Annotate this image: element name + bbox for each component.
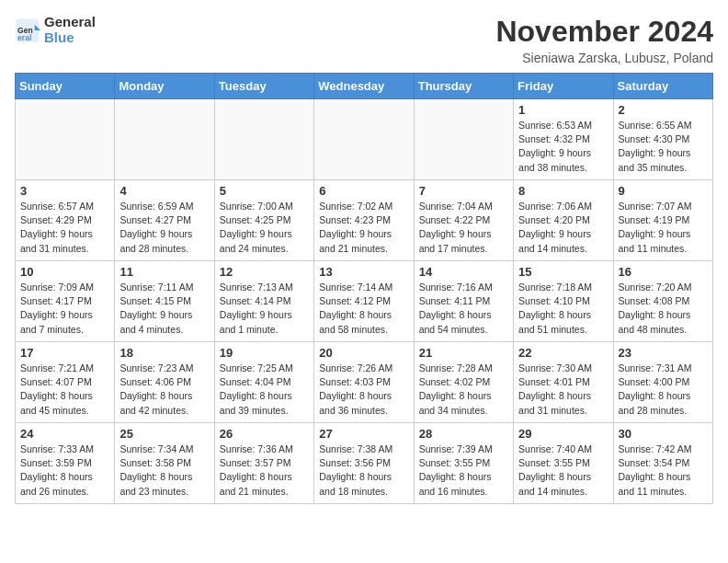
day-number: 20	[319, 346, 408, 360]
day-number: 12	[220, 265, 309, 279]
day-info: Sunrise: 7:38 AM Sunset: 3:56 PM Dayligh…	[319, 442, 408, 499]
calendar-cell: 4Sunrise: 6:59 AM Sunset: 4:27 PM Daylig…	[115, 180, 214, 261]
calendar-cell	[314, 99, 414, 180]
calendar-cell: 27Sunrise: 7:38 AM Sunset: 3:56 PM Dayli…	[314, 423, 414, 504]
day-number: 18	[119, 346, 209, 360]
title-block: November 2024 Sieniawa Zarska, Lubusz, P…	[495, 15, 713, 65]
calendar-cell	[414, 99, 513, 180]
day-info: Sunrise: 7:14 AM Sunset: 4:12 PM Dayligh…	[319, 281, 408, 337]
day-info: Sunrise: 7:18 AM Sunset: 4:10 PM Dayligh…	[518, 281, 608, 337]
calendar-cell: 2Sunrise: 6:55 AM Sunset: 4:30 PM Daylig…	[613, 99, 712, 180]
day-number: 27	[319, 427, 408, 441]
calendar-cell: 14Sunrise: 7:16 AM Sunset: 4:11 PM Dayli…	[414, 261, 513, 342]
day-info: Sunrise: 7:23 AM Sunset: 4:06 PM Dayligh…	[119, 362, 209, 418]
calendar-cell: 20Sunrise: 7:26 AM Sunset: 4:03 PM Dayli…	[314, 342, 414, 423]
day-info: Sunrise: 7:34 AM Sunset: 3:58 PM Dayligh…	[119, 442, 209, 499]
calendar-week-row: 24Sunrise: 7:33 AM Sunset: 3:59 PM Dayli…	[16, 423, 713, 504]
day-info: Sunrise: 6:59 AM Sunset: 4:27 PM Dayligh…	[119, 200, 209, 256]
calendar-cell: 6Sunrise: 7:02 AM Sunset: 4:23 PM Daylig…	[314, 180, 414, 261]
calendar-cell: 19Sunrise: 7:25 AM Sunset: 4:04 PM Dayli…	[214, 342, 313, 423]
calendar-cell: 16Sunrise: 7:20 AM Sunset: 4:08 PM Dayli…	[613, 261, 712, 342]
calendar-day-header: Sunday	[16, 74, 115, 99]
day-number: 30	[619, 427, 708, 441]
calendar-cell: 24Sunrise: 7:33 AM Sunset: 3:59 PM Dayli…	[16, 423, 115, 504]
calendar-cell: 12Sunrise: 7:13 AM Sunset: 4:14 PM Dayli…	[214, 261, 313, 342]
calendar-cell: 7Sunrise: 7:04 AM Sunset: 4:22 PM Daylig…	[414, 180, 513, 261]
day-info: Sunrise: 7:11 AM Sunset: 4:15 PM Dayligh…	[119, 281, 209, 337]
day-number: 25	[119, 427, 209, 441]
day-number: 21	[419, 346, 508, 360]
calendar-cell: 29Sunrise: 7:40 AM Sunset: 3:55 PM Dayli…	[514, 423, 613, 504]
day-info: Sunrise: 6:57 AM Sunset: 4:29 PM Dayligh…	[20, 200, 109, 256]
svg-text:eral: eral	[17, 32, 31, 41]
day-info: Sunrise: 7:42 AM Sunset: 3:54 PM Dayligh…	[619, 442, 708, 499]
calendar-week-row: 10Sunrise: 7:09 AM Sunset: 4:17 PM Dayli…	[16, 261, 713, 342]
calendar-cell: 23Sunrise: 7:31 AM Sunset: 4:00 PM Dayli…	[613, 342, 712, 423]
day-number: 23	[619, 346, 708, 360]
day-number: 15	[518, 265, 608, 279]
day-info: Sunrise: 6:53 AM Sunset: 4:32 PM Dayligh…	[518, 119, 608, 175]
day-info: Sunrise: 7:40 AM Sunset: 3:55 PM Dayligh…	[518, 442, 608, 499]
calendar-cell	[16, 99, 115, 180]
day-number: 5	[220, 184, 309, 198]
calendar-day-header: Thursday	[414, 74, 513, 99]
logo-line2: Blue	[44, 30, 96, 46]
calendar-day-header: Wednesday	[314, 74, 414, 99]
day-number: 4	[119, 184, 209, 198]
calendar-week-row: 1Sunrise: 6:53 AM Sunset: 4:32 PM Daylig…	[16, 99, 713, 180]
calendar-cell: 28Sunrise: 7:39 AM Sunset: 3:55 PM Dayli…	[414, 423, 513, 504]
calendar-cell: 25Sunrise: 7:34 AM Sunset: 3:58 PM Dayli…	[115, 423, 214, 504]
day-number: 13	[319, 265, 408, 279]
day-info: Sunrise: 7:33 AM Sunset: 3:59 PM Dayligh…	[20, 442, 109, 499]
calendar-cell	[115, 99, 214, 180]
calendar-cell: 21Sunrise: 7:28 AM Sunset: 4:02 PM Dayli…	[414, 342, 513, 423]
day-info: Sunrise: 7:02 AM Sunset: 4:23 PM Dayligh…	[319, 200, 408, 256]
calendar-cell: 3Sunrise: 6:57 AM Sunset: 4:29 PM Daylig…	[16, 180, 115, 261]
location: Sieniawa Zarska, Lubusz, Poland	[495, 51, 713, 65]
day-number: 2	[619, 103, 708, 117]
day-number: 10	[20, 265, 109, 279]
day-number: 6	[319, 184, 408, 198]
calendar-cell: 22Sunrise: 7:30 AM Sunset: 4:01 PM Dayli…	[514, 342, 613, 423]
day-number: 8	[518, 184, 608, 198]
calendar-cell	[214, 99, 313, 180]
day-info: Sunrise: 7:31 AM Sunset: 4:00 PM Dayligh…	[619, 362, 708, 418]
day-info: Sunrise: 7:26 AM Sunset: 4:03 PM Dayligh…	[319, 362, 408, 418]
day-info: Sunrise: 7:16 AM Sunset: 4:11 PM Dayligh…	[419, 281, 508, 337]
calendar-cell: 10Sunrise: 7:09 AM Sunset: 4:17 PM Dayli…	[16, 261, 115, 342]
calendar-week-row: 17Sunrise: 7:21 AM Sunset: 4:07 PM Dayli…	[16, 342, 713, 423]
day-info: Sunrise: 7:39 AM Sunset: 3:55 PM Dayligh…	[419, 442, 508, 499]
day-info: Sunrise: 7:09 AM Sunset: 4:17 PM Dayligh…	[20, 281, 109, 337]
logo: Gen eral General Blue	[15, 15, 96, 45]
calendar-cell: 11Sunrise: 7:11 AM Sunset: 4:15 PM Dayli…	[115, 261, 214, 342]
calendar-day-header: Saturday	[613, 74, 712, 99]
day-number: 7	[419, 184, 508, 198]
day-number: 1	[518, 103, 608, 117]
calendar-week-row: 3Sunrise: 6:57 AM Sunset: 4:29 PM Daylig…	[16, 180, 713, 261]
day-info: Sunrise: 7:06 AM Sunset: 4:20 PM Dayligh…	[518, 200, 608, 256]
day-info: Sunrise: 7:21 AM Sunset: 4:07 PM Dayligh…	[20, 362, 109, 418]
day-number: 24	[20, 427, 109, 441]
day-info: Sunrise: 7:04 AM Sunset: 4:22 PM Dayligh…	[419, 200, 508, 256]
day-number: 17	[20, 346, 109, 360]
logo-line1: General	[44, 15, 96, 30]
calendar-body: 1Sunrise: 6:53 AM Sunset: 4:32 PM Daylig…	[16, 99, 713, 504]
day-info: Sunrise: 7:20 AM Sunset: 4:08 PM Dayligh…	[619, 281, 708, 337]
day-info: Sunrise: 7:36 AM Sunset: 3:57 PM Dayligh…	[220, 442, 309, 499]
month-title: November 2024	[495, 15, 713, 49]
calendar-cell: 15Sunrise: 7:18 AM Sunset: 4:10 PM Dayli…	[514, 261, 613, 342]
calendar-cell: 9Sunrise: 7:07 AM Sunset: 4:19 PM Daylig…	[613, 180, 712, 261]
calendar-cell: 13Sunrise: 7:14 AM Sunset: 4:12 PM Dayli…	[314, 261, 414, 342]
calendar-cell: 30Sunrise: 7:42 AM Sunset: 3:54 PM Dayli…	[613, 423, 712, 504]
calendar-cell: 5Sunrise: 7:00 AM Sunset: 4:25 PM Daylig…	[214, 180, 313, 261]
day-number: 26	[220, 427, 309, 441]
day-number: 19	[220, 346, 309, 360]
day-info: Sunrise: 7:25 AM Sunset: 4:04 PM Dayligh…	[220, 362, 309, 418]
calendar-cell: 1Sunrise: 6:53 AM Sunset: 4:32 PM Daylig…	[514, 99, 613, 180]
calendar-cell: 8Sunrise: 7:06 AM Sunset: 4:20 PM Daylig…	[514, 180, 613, 261]
day-number: 16	[619, 265, 708, 279]
calendar-cell: 17Sunrise: 7:21 AM Sunset: 4:07 PM Dayli…	[16, 342, 115, 423]
day-info: Sunrise: 6:55 AM Sunset: 4:30 PM Dayligh…	[619, 119, 708, 175]
day-number: 28	[419, 427, 508, 441]
day-number: 22	[518, 346, 608, 360]
